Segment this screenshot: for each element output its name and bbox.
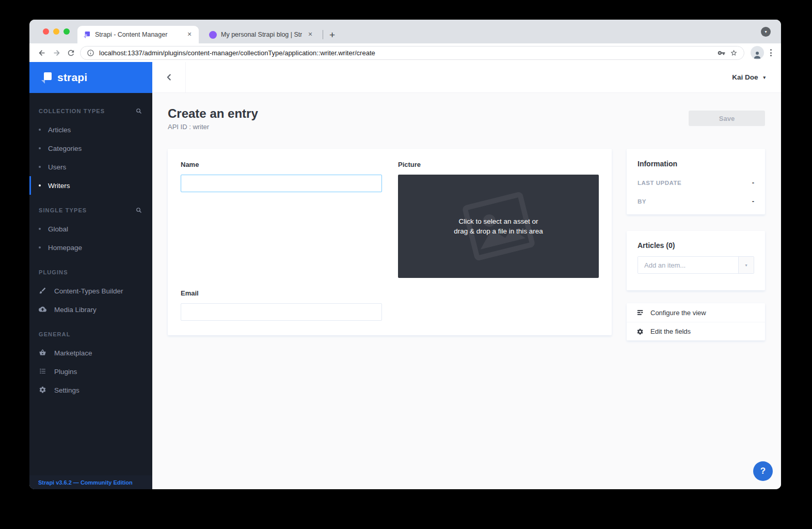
page-subtitle: API ID : writer: [168, 123, 765, 131]
sidebar-item-users[interactable]: Users: [29, 158, 152, 176]
section-single-types: SINGLE TYPES Global Homepage: [29, 204, 152, 257]
page-title: Create an entry: [168, 106, 765, 121]
sidebar-item-content-types-builder[interactable]: Content-Types Builder: [29, 282, 152, 300]
reload-button[interactable]: [63, 45, 78, 60]
info-value: -: [752, 197, 754, 205]
tab-strapi-blog[interactable]: My personal Strapi blog | Strap ×: [204, 26, 320, 43]
arrow-left-icon: [38, 49, 46, 57]
bullet-icon: [39, 228, 41, 230]
sidebar-item-label: Marketplace: [54, 349, 92, 357]
information-card: Information LAST UPDATE - BY -: [627, 149, 765, 214]
dropdown-caret-button[interactable]: ▾: [738, 257, 754, 273]
help-button[interactable]: ?: [753, 461, 773, 481]
page-info-icon[interactable]: [87, 49, 94, 57]
bullet-icon: [39, 246, 41, 248]
sidebar-item-settings[interactable]: Settings: [29, 381, 152, 399]
sidebar-item-writers[interactable]: Writers: [29, 176, 152, 195]
articles-relation-card: Articles (0) ▾: [627, 231, 765, 290]
gear-icon: [636, 328, 644, 335]
search-icon[interactable]: [136, 108, 142, 114]
list-icon: [39, 367, 47, 376]
browser-window: Strapi - Content Manager × My personal S…: [29, 20, 781, 489]
section-collection-types: COLLECTION TYPES Articles Categories Use…: [29, 104, 152, 195]
url-text: localhost:1337/admin/plugins/content-man…: [99, 49, 713, 57]
sidebar-item-categories[interactable]: Categories: [29, 139, 152, 158]
picture-dropzone[interactable]: Click to select an asset or drag & drop …: [398, 175, 599, 278]
email-field-group: Email: [181, 289, 382, 321]
app-topbar: Kai Doe ▾: [152, 62, 781, 93]
arrow-right-icon: [52, 49, 61, 57]
sidebar-item-label: Users: [48, 163, 66, 171]
tab-strip: Strapi - Content Manager × My personal S…: [29, 20, 781, 43]
email-field-label: Email: [181, 289, 382, 297]
sidebar-item-label: Articles: [48, 126, 71, 134]
go-back-button[interactable]: [152, 62, 186, 92]
password-key-icon[interactable]: [718, 49, 725, 57]
search-icon[interactable]: [136, 207, 142, 213]
traffic-lights: [43, 28, 70, 35]
section-title-label: SINGLE TYPES: [39, 207, 87, 213]
sidebar-item-plugins[interactable]: Plugins: [29, 362, 152, 381]
email-input[interactable]: [181, 303, 382, 321]
sidebar-item-media-library[interactable]: Media Library: [29, 300, 152, 319]
chevron-down-icon: ▾: [765, 29, 767, 34]
sidebar-item-marketplace[interactable]: Marketplace: [29, 344, 152, 362]
strapi-version-link[interactable]: Strapi v3.6.2 — Community Edition: [29, 475, 152, 489]
new-tab-button[interactable]: +: [326, 29, 338, 41]
section-general: GENERAL Marketplace Plugins Settings: [29, 328, 152, 399]
picture-field-label: Picture: [398, 161, 599, 168]
forward-button[interactable]: [49, 45, 63, 60]
strapi-logo[interactable]: strapi: [29, 62, 152, 93]
sidebar-item-label: Content-Types Builder: [54, 287, 123, 295]
picture-field-group: Picture Click to select an asset or drag…: [398, 161, 599, 321]
tab-title: Strapi - Content Manager: [95, 31, 181, 38]
tab-close-icon[interactable]: ×: [185, 30, 194, 39]
sidebar-item-label: Media Library: [54, 306, 97, 314]
name-field-group: Name: [181, 161, 382, 192]
tab-search-button[interactable]: ▾: [761, 27, 771, 37]
bookmark-star-icon[interactable]: [730, 49, 738, 57]
user-menu[interactable]: Kai Doe ▾: [732, 73, 781, 81]
zoom-window-button[interactable]: [63, 28, 70, 35]
user-name: Kai Doe: [732, 73, 758, 81]
configure-view-link[interactable]: Configure the view: [627, 303, 765, 322]
back-button[interactable]: [35, 45, 49, 60]
entry-form-card: Name Email Picture: [168, 149, 612, 335]
strapi-favicon-icon: [83, 30, 91, 39]
articles-relation-select[interactable]: ▾: [638, 256, 754, 274]
name-input[interactable]: [181, 175, 382, 192]
minimize-window-button[interactable]: [53, 28, 59, 35]
bullet-icon: [39, 147, 41, 149]
tab-close-icon[interactable]: ×: [306, 30, 314, 39]
sidebar-item-global[interactable]: Global: [29, 220, 152, 238]
right-panel: Information LAST UPDATE - BY - Arti: [627, 149, 765, 340]
caret-down-icon: ▾: [745, 263, 747, 268]
view-links-card: Configure the view Edit the fields: [627, 303, 765, 340]
tab-title: My personal Strapi blog | Strap: [221, 31, 302, 38]
link-label: Configure the view: [650, 309, 706, 317]
close-window-button[interactable]: [43, 28, 49, 35]
profile-avatar[interactable]: [751, 46, 764, 59]
tab-strapi-content-manager[interactable]: Strapi - Content Manager ×: [77, 26, 199, 43]
sidebar-item-articles[interactable]: Articles: [29, 120, 152, 139]
person-icon: [753, 50, 762, 59]
browser-menu-kebab-icon[interactable]: [766, 46, 776, 59]
info-value: -: [752, 179, 754, 186]
info-row-last-update: LAST UPDATE -: [638, 179, 754, 186]
strapi-wordmark: strapi: [57, 71, 87, 84]
main-area: Kai Doe ▾ Create an entry API ID : write…: [152, 62, 781, 489]
bullet-icon: [39, 129, 41, 131]
sidebar-item-label: Plugins: [54, 368, 77, 376]
dropzone-text-line1: Click to select an asset or: [459, 216, 538, 226]
add-item-input[interactable]: [638, 257, 738, 273]
tab-divider: [323, 30, 323, 39]
save-button[interactable]: Save: [689, 111, 765, 126]
brush-icon: [39, 287, 47, 295]
address-bar[interactable]: localhost:1337/admin/plugins/content-man…: [80, 46, 744, 60]
blog-favicon-icon: [209, 31, 217, 39]
page-header: Create an entry API ID : writer Save: [168, 106, 765, 131]
edit-fields-link[interactable]: Edit the fields: [627, 322, 765, 340]
sidebar-item-homepage[interactable]: Homepage: [29, 238, 152, 257]
sidebar-item-label: Settings: [54, 386, 79, 394]
strapi-logo-icon: [40, 71, 53, 84]
